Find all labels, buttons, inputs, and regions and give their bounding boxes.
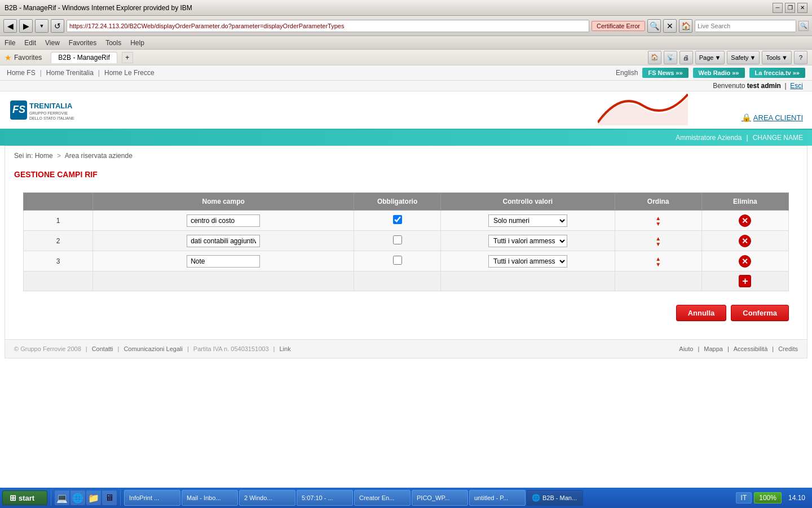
site-footer: © Gruppo Ferrovie 2008 | Contatti | Comu… bbox=[5, 339, 807, 358]
row-3-control-select[interactable]: Tutti i valori ammessi Solo numeri Solo … bbox=[488, 255, 567, 268]
home-le-frecce-link[interactable]: Home Le Frecce bbox=[104, 69, 155, 77]
fs-news-button[interactable]: FS News »» bbox=[642, 68, 688, 78]
username: test admin bbox=[747, 82, 781, 90]
window-controls[interactable]: ─ ❐ ✕ bbox=[773, 3, 807, 13]
home-breadcrumb[interactable]: Home bbox=[35, 152, 53, 160]
row-1-down-icon[interactable] bbox=[655, 221, 661, 227]
taskbar-quick-launch: 💻 🌐 📁 🖥 bbox=[55, 491, 117, 505]
web-radio-button[interactable]: Web Radio »» bbox=[693, 68, 745, 78]
windows-button[interactable]: 🏠 bbox=[679, 19, 692, 33]
row-1-control-select[interactable]: Tutti i valori ammessi Solo numeri Solo … bbox=[488, 214, 567, 227]
new-tab-button[interactable]: + bbox=[122, 52, 133, 63]
menu-view[interactable]: View bbox=[45, 39, 60, 47]
home-icon[interactable]: 🏠 bbox=[648, 51, 661, 64]
row-3-mandatory-checkbox[interactable] bbox=[393, 256, 402, 265]
add-row-button[interactable]: + bbox=[739, 275, 751, 287]
address-input[interactable] bbox=[69, 23, 586, 29]
menu-help[interactable]: Help bbox=[130, 39, 144, 47]
active-tab[interactable]: B2B - ManageRif bbox=[51, 52, 117, 63]
back-button[interactable]: ◀ bbox=[3, 19, 17, 33]
restore-button[interactable]: ❐ bbox=[785, 3, 795, 13]
start-button[interactable]: ⊞ start bbox=[2, 491, 47, 505]
la-freccia-button[interactable]: La freccia.tv »» bbox=[749, 68, 806, 78]
area-clienti-link[interactable]: 🔒 AREA CLIENTI bbox=[742, 113, 803, 124]
taskbar-icon-3[interactable]: 📁 bbox=[86, 491, 101, 505]
row-3-ordina-cell bbox=[615, 251, 701, 271]
row-2-delete-cell: ✕ bbox=[701, 231, 788, 251]
favorites-bar: ★ Favorites B2B - ManageRif + 🏠 📡 🖨 Page… bbox=[0, 50, 812, 65]
row-2-down-icon[interactable] bbox=[655, 242, 661, 247]
table-row: 2 Tutti i valori ammessi Solo numeri Sol… bbox=[24, 231, 789, 251]
footer-aiuto[interactable]: Aiuto bbox=[679, 345, 693, 352]
stop-button[interactable]: ✕ bbox=[663, 19, 677, 33]
taskbar-icon-1[interactable]: 💻 bbox=[55, 491, 69, 505]
col-header-ordina: Ordina bbox=[615, 193, 701, 211]
browser-title-bar: B2B - ManageRif - Windows Internet Explo… bbox=[0, 0, 812, 16]
footer-mappa[interactable]: Mappa bbox=[704, 345, 723, 352]
safety-button[interactable]: Safety ▼ bbox=[727, 51, 760, 64]
taskbar-icon-4[interactable]: 🖥 bbox=[102, 491, 117, 505]
minimize-button[interactable]: ─ bbox=[773, 3, 783, 13]
taskbar-btn-windows[interactable]: 2 Windo... bbox=[239, 490, 295, 506]
taskbar-btn-mail[interactable]: Mail - Inbo... bbox=[182, 490, 238, 506]
favorites-button[interactable]: ★ Favorites bbox=[5, 53, 42, 62]
row-1-ordina-buttons[interactable] bbox=[655, 216, 661, 227]
rss-icon[interactable]: 📡 bbox=[664, 51, 677, 64]
search-nav-button[interactable]: 🔍 bbox=[647, 19, 661, 33]
trenitalia-logo-svg: FS TRENITALIA GRUPPO FERROVIE DELLO STAT… bbox=[9, 96, 77, 124]
cert-error-button[interactable]: Certificate Error bbox=[592, 21, 645, 31]
col-header-obblig: Obbligatorio bbox=[354, 193, 440, 211]
row-3-down-icon[interactable] bbox=[655, 262, 661, 268]
row-1-field-input[interactable] bbox=[187, 214, 260, 227]
search-go-button[interactable]: 🔍 bbox=[798, 21, 809, 31]
row-2-control-select[interactable]: Tutti i valori ammessi Solo numeri Solo … bbox=[488, 235, 567, 247]
close-button[interactable]: ✕ bbox=[797, 3, 807, 13]
tools-button[interactable]: Tools ▼ bbox=[762, 51, 792, 64]
taskbar-time: 14.10 bbox=[784, 493, 810, 503]
row-1-mandatory-checkbox[interactable] bbox=[393, 215, 402, 224]
taskbar-btn-creator[interactable]: Creator En... bbox=[354, 490, 411, 506]
action-buttons: Annulla Conferma bbox=[23, 300, 789, 326]
browser-nav-bar: ◀ ▶ ▼ ↺ Certificate Error 🔍 ✕ 🏠 🔍 bbox=[0, 16, 812, 36]
row-2-field-input[interactable] bbox=[187, 235, 260, 247]
footer-comunicazioni[interactable]: Comunicazioni Legali bbox=[123, 345, 183, 352]
footer-accessibilita[interactable]: Accessibilità bbox=[734, 345, 768, 352]
home-fs-link[interactable]: Home FS bbox=[7, 69, 36, 77]
home-trenitalia-link[interactable]: Home Trenitalia bbox=[46, 69, 94, 77]
forward-button[interactable]: ▶ bbox=[19, 19, 33, 33]
taskbar-btn-infoprint[interactable]: InfoPrint ... bbox=[124, 490, 180, 506]
row-3-field-input[interactable] bbox=[187, 255, 260, 268]
row-2-delete-button[interactable]: ✕ bbox=[739, 235, 751, 247]
menu-tools[interactable]: Tools bbox=[105, 39, 121, 47]
taskbar-btn-pico[interactable]: PICO_WP... bbox=[412, 490, 468, 506]
print-icon[interactable]: 🖨 bbox=[679, 51, 693, 64]
taskbar-btn-time[interactable]: 5:07:10 - ... bbox=[297, 490, 353, 506]
sei-in-label: Sei in: bbox=[14, 152, 33, 160]
row-2-ordina-buttons[interactable] bbox=[655, 236, 661, 247]
col-header-control: Controllo valori bbox=[441, 193, 615, 211]
row-2-mandatory-checkbox[interactable] bbox=[393, 235, 402, 244]
row-1-control-cell: Tutti i valori ammessi Solo numeri Solo … bbox=[441, 211, 615, 231]
dropdown-button[interactable]: ▼ bbox=[35, 19, 48, 33]
menu-favorites[interactable]: Favorites bbox=[69, 39, 96, 47]
conferma-button[interactable]: Conferma bbox=[731, 305, 789, 321]
taskbar-btn-b2b[interactable]: 🌐 B2B - Man... bbox=[527, 490, 583, 506]
help-icon[interactable]: ? bbox=[794, 51, 807, 64]
table-section: Nome campo Obbligatorio Controllo valori… bbox=[14, 188, 798, 330]
page-button[interactable]: Page ▼ bbox=[695, 51, 725, 64]
footer-contatti[interactable]: Contatti bbox=[92, 345, 113, 352]
footer-link[interactable]: Link bbox=[279, 345, 290, 352]
annulla-button[interactable]: Annulla bbox=[676, 305, 727, 321]
menu-edit[interactable]: Edit bbox=[24, 39, 36, 47]
refresh-button[interactable]: ↺ bbox=[51, 19, 64, 33]
logout-link[interactable]: Esci bbox=[790, 82, 803, 90]
menu-file[interactable]: File bbox=[5, 39, 15, 47]
taskbar-icon-2[interactable]: 🌐 bbox=[70, 491, 85, 505]
row-3-ordina-buttons[interactable] bbox=[655, 256, 661, 268]
live-search-input[interactable] bbox=[698, 23, 793, 29]
taskbar-btn-untitled[interactable]: untitled - P... bbox=[469, 490, 526, 506]
change-name-link[interactable]: CHANGE NAME bbox=[753, 134, 803, 142]
row-3-delete-button[interactable]: ✕ bbox=[739, 255, 751, 268]
row-1-delete-button[interactable]: ✕ bbox=[739, 214, 751, 227]
footer-credits[interactable]: Credits bbox=[778, 345, 798, 352]
